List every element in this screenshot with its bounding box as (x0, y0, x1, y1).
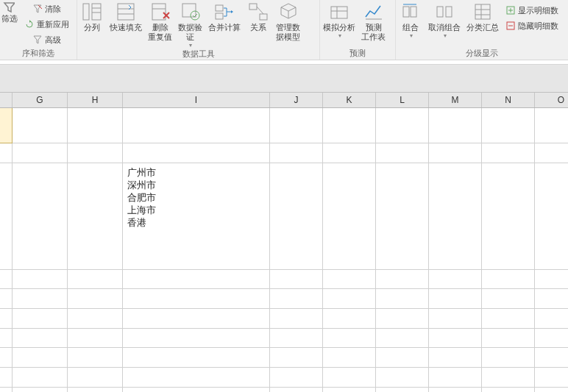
cell[interactable] (535, 368, 568, 387)
col-header-J[interactable]: J (270, 93, 323, 107)
cell[interactable] (323, 163, 376, 269)
forecast-sheet-button[interactable]: 预测 工作表 (358, 1, 388, 42)
cell[interactable] (429, 309, 482, 328)
cell[interactable] (0, 270, 13, 289)
cell[interactable] (429, 270, 482, 289)
col-header-I[interactable]: I (123, 93, 270, 107)
filter-button[interactable]: 筛选 (0, 1, 19, 31)
data-validation-button[interactable]: 数据验 证▾ (175, 1, 205, 49)
cell[interactable] (376, 309, 429, 328)
cell[interactable] (0, 143, 13, 163)
cell[interactable] (429, 348, 482, 367)
text-to-columns-button[interactable]: 分列 (77, 1, 107, 32)
cell[interactable] (270, 368, 323, 387)
cell[interactable] (0, 348, 13, 367)
ungroup-button[interactable]: 取消组合▾ (425, 1, 464, 39)
cell[interactable] (323, 348, 376, 367)
cell[interactable] (270, 270, 323, 289)
cell[interactable] (0, 163, 13, 269)
cell[interactable] (535, 163, 568, 269)
cell[interactable] (270, 329, 323, 348)
cell[interactable] (0, 368, 13, 387)
cell[interactable] (68, 289, 123, 308)
cell[interactable] (123, 108, 270, 143)
manage-model-button[interactable]: 管理数 据模型 (273, 1, 303, 42)
cell[interactable] (68, 108, 123, 143)
cell[interactable] (482, 329, 535, 348)
cell[interactable] (13, 329, 68, 348)
col-header-K[interactable]: K (323, 93, 376, 107)
cell[interactable] (429, 143, 482, 163)
cell[interactable] (13, 289, 68, 308)
consolidate-button[interactable]: 合并计算 (205, 1, 244, 32)
cell[interactable] (68, 143, 123, 163)
cell[interactable] (123, 368, 270, 387)
relationships-button[interactable]: 关系 (244, 1, 273, 32)
cell[interactable] (68, 329, 123, 348)
cell[interactable] (270, 108, 323, 143)
hide-detail-button[interactable]: 隐藏明细数 (503, 18, 560, 33)
advanced-button[interactable]: 高级 (30, 32, 63, 47)
cell[interactable] (482, 368, 535, 387)
cell[interactable] (270, 163, 323, 269)
cell[interactable] (270, 289, 323, 308)
cell[interactable] (0, 108, 13, 143)
cell[interactable] (482, 108, 535, 143)
cell[interactable] (376, 143, 429, 163)
cell[interactable] (376, 368, 429, 387)
cell[interactable] (13, 163, 68, 269)
cell[interactable] (323, 270, 376, 289)
col-header-L[interactable]: L (376, 93, 429, 107)
cell[interactable] (323, 368, 376, 387)
cell[interactable] (535, 143, 568, 163)
cell[interactable] (123, 143, 270, 163)
cell[interactable] (376, 270, 429, 289)
cell[interactable] (123, 388, 270, 392)
cell[interactable] (323, 143, 376, 163)
cell[interactable] (376, 388, 429, 392)
cell[interactable] (535, 108, 568, 143)
cell[interactable] (323, 309, 376, 328)
cell[interactable] (376, 163, 429, 269)
cell[interactable] (429, 388, 482, 392)
cell[interactable] (535, 388, 568, 392)
cell[interactable] (123, 348, 270, 367)
cell[interactable] (270, 388, 323, 392)
cell[interactable] (13, 270, 68, 289)
col-header-N[interactable]: N (482, 93, 535, 107)
cell[interactable] (123, 309, 270, 328)
group-button[interactable]: 组合▾ (396, 1, 425, 39)
cell[interactable] (68, 270, 123, 289)
cell[interactable] (482, 388, 535, 392)
cell[interactable] (323, 289, 376, 308)
cell[interactable] (270, 143, 323, 163)
cell[interactable] (270, 348, 323, 367)
cell[interactable] (429, 329, 482, 348)
clear-button[interactable]: 清除 (30, 1, 63, 16)
flash-fill-button[interactable]: 快速填充 (107, 1, 145, 32)
cell[interactable] (376, 108, 429, 143)
cell[interactable] (482, 270, 535, 289)
cell[interactable] (123, 270, 270, 289)
subtotal-button[interactable]: 分类汇总 (464, 1, 502, 32)
col-header-O[interactable]: O (535, 93, 568, 107)
cell[interactable] (13, 388, 68, 392)
cell[interactable] (429, 108, 482, 143)
cell[interactable] (13, 309, 68, 328)
cell-I3[interactable]: 广州市 深州市 合肥市 上海市 香港 (123, 163, 270, 269)
cell[interactable] (376, 348, 429, 367)
cell[interactable] (0, 329, 13, 348)
remove-duplicates-button[interactable]: 删除 重复值 (145, 1, 175, 42)
cell[interactable] (323, 388, 376, 392)
cell[interactable] (535, 309, 568, 328)
col-header-M[interactable]: M (429, 93, 482, 107)
cell[interactable] (123, 329, 270, 348)
cell[interactable] (323, 329, 376, 348)
cell[interactable] (482, 143, 535, 163)
cell[interactable] (482, 309, 535, 328)
what-if-button[interactable]: 模拟分析▾ (320, 1, 358, 39)
reapply-button[interactable]: 重新应用 (22, 17, 71, 32)
cell[interactable] (68, 309, 123, 328)
cell[interactable] (270, 309, 323, 328)
cell[interactable] (13, 368, 68, 387)
